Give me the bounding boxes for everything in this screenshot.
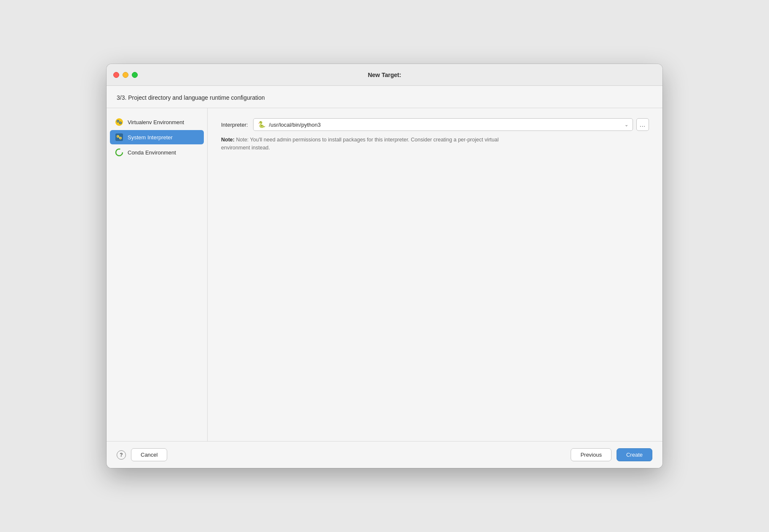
interpreter-dropdown-inner: 🐍 /usr/local/bin/python3: [258, 121, 621, 128]
footer: ? Cancel Previous Create: [107, 441, 662, 468]
previous-button[interactable]: Previous: [571, 448, 611, 461]
system-icon: [115, 133, 123, 141]
sidebar-item-system[interactable]: System Interpreter: [110, 130, 204, 144]
step-header: 3/3. Project directory and language runt…: [107, 86, 662, 108]
python-icon: 🐍: [258, 121, 266, 128]
sidebar-item-virtualenv[interactable]: Virtualenv Environment: [110, 115, 204, 129]
help-button[interactable]: ?: [117, 450, 126, 460]
sidebar-item-virtualenv-label: Virtualenv Environment: [128, 119, 184, 125]
interpreter-label: Interpreter:: [221, 122, 248, 128]
maximize-button[interactable]: [132, 72, 138, 78]
sidebar: Virtualenv Environment System Interprete…: [107, 108, 208, 441]
sidebar-item-system-label: System Interpreter: [128, 134, 173, 141]
interpreter-note: Note: Note: You'll need admin permission…: [221, 136, 516, 152]
right-panel: Interpreter: 🐍 /usr/local/bin/python3 ⌄ …: [208, 108, 662, 441]
titlebar: New Target:: [107, 64, 662, 86]
close-button[interactable]: [113, 72, 119, 78]
interpreter-select-wrapper: 🐍 /usr/local/bin/python3 ⌄ ...: [253, 118, 649, 131]
interpreter-row: Interpreter: 🐍 /usr/local/bin/python3 ⌄ …: [221, 118, 649, 131]
svg-point-0: [115, 118, 123, 126]
dots-button[interactable]: ...: [636, 118, 649, 131]
main-content: Virtualenv Environment System Interprete…: [107, 108, 662, 441]
interpreter-dropdown[interactable]: 🐍 /usr/local/bin/python3 ⌄: [253, 118, 633, 131]
svg-point-4: [120, 122, 121, 123]
sidebar-item-conda-label: Conda Environment: [128, 149, 176, 156]
dialog-window: New Target: 3/3. Project directory and l…: [107, 64, 662, 468]
svg-point-11: [116, 149, 123, 156]
window-title: New Target:: [368, 72, 401, 78]
cancel-button[interactable]: Cancel: [131, 448, 167, 461]
footer-left: ? Cancel: [117, 448, 167, 461]
minimize-button[interactable]: [123, 72, 128, 78]
svg-point-3: [117, 121, 118, 122]
traffic-lights: [113, 72, 138, 78]
sidebar-item-conda[interactable]: Conda Environment: [110, 145, 204, 160]
chevron-down-icon: ⌄: [625, 122, 628, 128]
note-content: Note: You'll need admin permissions to i…: [221, 137, 499, 151]
footer-right: Previous Create: [571, 448, 652, 461]
step-label: 3/3. Project directory and language runt…: [117, 94, 265, 101]
create-button[interactable]: Create: [617, 448, 652, 461]
conda-icon: [115, 148, 123, 157]
virtualenv-icon: [115, 118, 123, 126]
interpreter-path: /usr/local/bin/python3: [269, 122, 621, 128]
